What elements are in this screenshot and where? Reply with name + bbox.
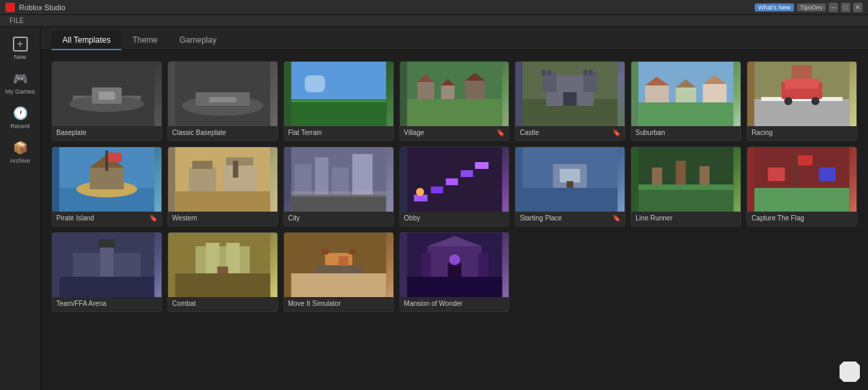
- template-bookmark-pirate-island[interactable]: 🔖: [149, 214, 157, 222]
- tab-gameplay[interactable]: Gameplay: [169, 31, 228, 50]
- sidebar-item-recent[interactable]: 🕐 Recent: [3, 102, 38, 134]
- svg-rect-84: [639, 184, 734, 190]
- tipodev-badge[interactable]: TipoDev: [797, 3, 826, 12]
- template-label-mansion-of-wonder: Mansion of Wonder: [400, 297, 509, 311]
- template-name-city: City: [288, 214, 300, 222]
- thumb-inner-combat: [168, 233, 277, 297]
- template-thumb-starting-place: [515, 147, 625, 212]
- svg-rect-64: [291, 195, 386, 212]
- thumb-inner-western: [168, 147, 277, 212]
- app-title: Roblox Studio: [19, 3, 66, 12]
- template-card-combat[interactable]: Combat: [167, 232, 278, 312]
- template-card-move-it-simulator[interactable]: Move It Simulator: [283, 232, 394, 312]
- svg-rect-87: [700, 166, 710, 184]
- template-label-classic-baseplate: Classic Baseplate: [168, 126, 277, 140]
- main-layout: + New 🎮 My Games 🕐 Recent 📦 Archive All …: [0, 27, 868, 390]
- titlebar-left: Roblox Studio: [5, 3, 66, 12]
- template-card-capture-the-flag[interactable]: Capture The Flag: [747, 147, 857, 227]
- template-card-flat-terrain[interactable]: Flat Terrain: [283, 61, 394, 141]
- template-label-starting-place: Starting Place🔖: [515, 212, 625, 226]
- sidebar-item-my-games[interactable]: 🎮 My Games: [3, 67, 38, 99]
- tab-all-templates[interactable]: All Templates: [52, 31, 121, 50]
- sidebar-item-archive[interactable]: 📦 Archive: [3, 136, 38, 168]
- whats-new-badge[interactable]: What's New: [755, 3, 794, 12]
- template-card-baseplate[interactable]: Baseplate: [52, 61, 162, 141]
- template-card-obby[interactable]: Obby: [399, 147, 510, 227]
- template-bookmark-starting-place[interactable]: 🔖: [612, 214, 620, 222]
- template-thumb-team-ffa-arena: [52, 233, 161, 297]
- template-name-pirate-island: Pirate Island: [56, 214, 94, 222]
- svg-rect-111: [349, 249, 355, 254]
- sidebar-item-new[interactable]: + New: [3, 33, 38, 64]
- template-thumb-capture-the-flag: [747, 147, 856, 212]
- template-name-western: Western: [172, 214, 197, 222]
- template-thumb-castle: [515, 62, 625, 126]
- svg-rect-59: [222, 164, 256, 191]
- template-label-combat: Combat: [168, 297, 277, 311]
- template-name-flat-terrain: Flat Terrain: [288, 129, 322, 136]
- svg-rect-34: [646, 85, 669, 102]
- svg-rect-86: [676, 161, 686, 184]
- svg-rect-54: [105, 151, 108, 171]
- svg-rect-55: [108, 153, 121, 162]
- svg-rect-41: [755, 99, 850, 126]
- svg-rect-101: [175, 273, 270, 297]
- archive-icon: 📦: [13, 140, 28, 155]
- menubar: FILE: [0, 15, 868, 27]
- template-card-team-ffa-arena[interactable]: Team/FFA Arena: [52, 232, 162, 312]
- svg-rect-90: [795, 154, 798, 188]
- template-bookmark-village[interactable]: 🔖: [496, 129, 505, 136]
- svg-rect-114: [407, 277, 502, 297]
- template-label-castle: Castle🔖: [515, 126, 625, 140]
- thumb-inner-baseplate: [52, 62, 161, 126]
- tab-theme[interactable]: Theme: [121, 31, 168, 50]
- template-name-suburban: Suburban: [635, 129, 665, 136]
- restore-button[interactable]: □: [841, 3, 850, 12]
- thumb-inner-capture-the-flag: [747, 147, 856, 212]
- svg-rect-93: [819, 168, 836, 181]
- template-card-village[interactable]: Village🔖: [399, 61, 510, 141]
- minimize-button[interactable]: ─: [829, 3, 838, 12]
- svg-rect-69: [291, 191, 386, 197]
- template-grid: Baseplate Classic Baseplate Flat Terrain…: [52, 61, 857, 312]
- svg-rect-31: [564, 92, 577, 106]
- template-bookmark-castle[interactable]: 🔖: [612, 129, 620, 136]
- template-label-team-ffa-arena: Team/FFA Arena: [52, 297, 161, 311]
- template-card-pirate-island[interactable]: Pirate Island🔖: [52, 147, 162, 227]
- template-card-suburban[interactable]: Suburban: [631, 61, 741, 141]
- template-card-mansion-of-wonder[interactable]: Mansion of Wonder: [399, 232, 510, 312]
- template-thumb-village: [400, 62, 509, 126]
- template-card-classic-baseplate[interactable]: Classic Baseplate: [167, 61, 278, 141]
- svg-rect-18: [441, 85, 454, 99]
- svg-rect-89: [755, 188, 850, 212]
- svg-rect-16: [417, 82, 434, 99]
- new-icon: +: [13, 37, 28, 52]
- svg-rect-75: [475, 162, 488, 169]
- sidebar-mygames-label: My Games: [5, 88, 35, 95]
- template-label-pirate-island: Pirate Island🔖: [52, 212, 161, 226]
- template-card-city[interactable]: City: [283, 147, 394, 227]
- template-card-starting-place[interactable]: Starting Place🔖: [515, 147, 625, 227]
- template-name-obby: Obby: [404, 214, 420, 222]
- svg-rect-10: [291, 99, 386, 126]
- template-card-line-runner[interactable]: Line Runner: [631, 147, 741, 227]
- menu-file[interactable]: FILE: [5, 17, 28, 24]
- svg-rect-27: [542, 70, 546, 75]
- template-name-castle: Castle: [519, 129, 538, 136]
- template-thumb-suburban: [631, 62, 741, 126]
- template-label-line-runner: Line Runner: [631, 212, 741, 226]
- template-card-western[interactable]: Western: [167, 147, 278, 227]
- template-card-racing[interactable]: Racing: [747, 61, 857, 141]
- close-button[interactable]: ✕: [853, 3, 863, 12]
- my-games-icon: 🎮: [13, 71, 28, 86]
- svg-rect-78: [523, 188, 618, 212]
- svg-rect-91: [798, 155, 813, 165]
- svg-rect-92: [768, 168, 785, 181]
- roblox-watermark: [840, 362, 860, 382]
- thumb-inner-flat-terrain: [284, 62, 393, 126]
- template-card-castle[interactable]: Castle🔖: [515, 61, 625, 141]
- template-thumb-baseplate: [52, 62, 161, 126]
- svg-rect-65: [294, 164, 311, 195]
- svg-rect-72: [431, 187, 443, 193]
- template-name-team-ffa-arena: Team/FFA Arena: [56, 300, 106, 307]
